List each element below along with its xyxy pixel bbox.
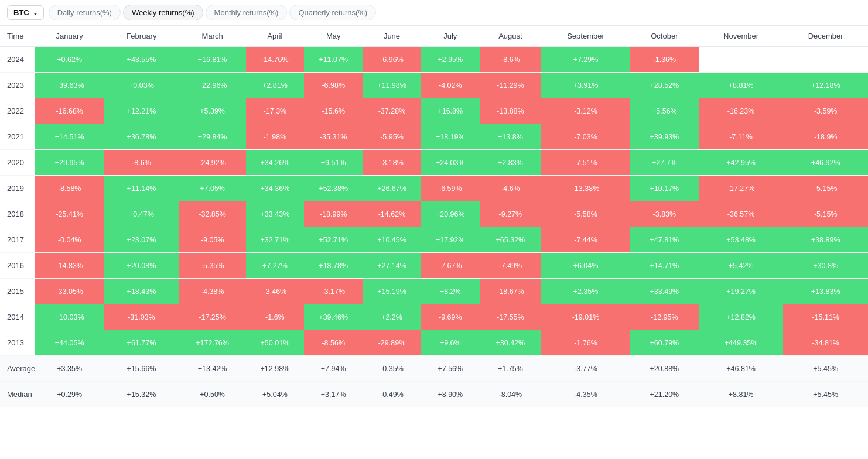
data-cell: -5.15%	[783, 201, 868, 227]
table-container: Time January February March April May Ju…	[0, 26, 868, 407]
col-september: September	[541, 26, 630, 47]
data-cell: +19.27%	[699, 279, 784, 304]
data-cell: +43.55%	[104, 47, 179, 73]
data-cell: +33.49%	[630, 279, 699, 304]
col-april: April	[246, 26, 305, 47]
table-row: 2023+39.63%+0.03%+22.96%+2.81%-6.98%+11.…	[0, 73, 868, 98]
data-cell: +36.78%	[104, 124, 179, 150]
data-cell: -3.77%	[541, 356, 630, 382]
data-cell: +29.95%	[35, 150, 104, 176]
data-cell: -19.01%	[541, 304, 630, 330]
data-cell: +449.35%	[699, 330, 784, 356]
data-cell: +34.26%	[246, 150, 305, 176]
data-cell: +34.36%	[246, 176, 305, 201]
year-cell: 2020	[0, 150, 35, 176]
table-row: 2024+0.62%+43.55%+16.81%-14.76%+11.07%-6…	[0, 47, 868, 73]
table-row: 2016-14.83%+20.08%-5.35%+7.27%+18.78%+27…	[0, 253, 868, 279]
data-cell: +172.76%	[179, 330, 246, 356]
col-february: February	[104, 26, 179, 47]
data-cell: +3.35%	[35, 356, 104, 382]
data-cell: +10.03%	[35, 304, 104, 330]
data-cell: +39.46%	[304, 304, 363, 330]
data-cell: -12.95%	[630, 304, 699, 330]
data-cell: +2.83%	[480, 150, 541, 176]
tab-daily-returns---[interactable]: Daily returns(%)	[49, 5, 121, 20]
data-cell: +50.01%	[246, 330, 305, 356]
data-cell: -32.85%	[179, 201, 246, 227]
data-cell: -7.51%	[541, 150, 630, 176]
data-cell: -15.6%	[304, 98, 363, 124]
col-june: June	[363, 26, 421, 47]
tab-quarterly-returns---[interactable]: Quarterly returns(%)	[289, 5, 376, 20]
data-cell: +5.04%	[246, 382, 305, 407]
data-cell: -35.31%	[304, 124, 363, 150]
data-cell: +16.81%	[179, 47, 246, 73]
summary-row: Average+3.35%+15.66%+13.42%+12.98%+7.94%…	[0, 356, 868, 382]
table-row: 2014+10.03%-31.03%-17.25%-1.6%+39.46%+2.…	[0, 304, 868, 330]
data-cell: +18.43%	[104, 279, 179, 304]
data-cell: -1.36%	[630, 47, 699, 73]
table-header-row: Time January February March April May Ju…	[0, 26, 868, 47]
year-cell: 2021	[0, 124, 35, 150]
year-cell: 2019	[0, 176, 35, 201]
data-cell: -0.04%	[35, 227, 104, 253]
data-cell: +14.51%	[35, 124, 104, 150]
data-cell: -8.6%	[104, 150, 179, 176]
data-cell: -4.38%	[179, 279, 246, 304]
data-cell: +60.79%	[630, 330, 699, 356]
table-row: 2019-8.58%+11.14%+7.05%+34.36%+52.38%+26…	[0, 176, 868, 201]
data-cell: -6.59%	[421, 176, 480, 201]
data-cell: +12.98%	[246, 356, 305, 382]
data-cell: +47.81%	[630, 227, 699, 253]
data-cell: -17.3%	[246, 98, 305, 124]
data-cell: -7.67%	[421, 253, 480, 279]
data-cell: +38.89%	[783, 227, 868, 253]
table-row: 2015-33.05%+18.43%-4.38%-3.46%-3.17%+15.…	[0, 279, 868, 304]
data-cell: +2.81%	[246, 73, 305, 98]
data-cell: -31.03%	[104, 304, 179, 330]
data-cell: -3.12%	[541, 98, 630, 124]
data-cell: -29.89%	[363, 330, 421, 356]
year-cell: 2023	[0, 73, 35, 98]
data-cell: +14.71%	[630, 253, 699, 279]
data-cell: +20.96%	[421, 201, 480, 227]
col-december: December	[783, 26, 868, 47]
data-cell: +21.20%	[630, 382, 699, 407]
year-cell: Median	[0, 382, 35, 407]
data-cell: -14.76%	[246, 47, 305, 73]
data-cell: -13.38%	[541, 176, 630, 201]
data-cell: -16.23%	[699, 98, 784, 124]
data-cell: +13.8%	[480, 124, 541, 150]
data-cell: -9.05%	[179, 227, 246, 253]
tab-weekly-returns---[interactable]: Weekly returns(%)	[123, 5, 203, 20]
returns-table: Time January February March April May Ju…	[0, 26, 868, 407]
asset-selector[interactable]: BTC ⌄	[7, 5, 44, 20]
data-cell: -15.11%	[783, 304, 868, 330]
data-cell: +10.17%	[630, 176, 699, 201]
data-cell: +32.71%	[246, 227, 305, 253]
data-cell: +7.94%	[304, 356, 363, 382]
data-cell: +0.29%	[35, 382, 104, 407]
data-cell: +2.2%	[363, 304, 421, 330]
data-cell: +61.77%	[104, 330, 179, 356]
year-cell: 2022	[0, 98, 35, 124]
table-row: 2013+44.05%+61.77%+172.76%+50.01%-8.56%-…	[0, 330, 868, 356]
data-cell: +7.27%	[246, 253, 305, 279]
data-cell: +42.95%	[699, 150, 784, 176]
data-cell: +8.81%	[699, 382, 784, 407]
data-cell: -14.83%	[35, 253, 104, 279]
data-cell: -14.62%	[363, 201, 421, 227]
data-cell: -18.99%	[304, 201, 363, 227]
data-cell: -1.98%	[246, 124, 305, 150]
data-cell: -25.41%	[35, 201, 104, 227]
data-cell: +53.48%	[699, 227, 784, 253]
data-cell: -8.56%	[304, 330, 363, 356]
data-cell: +7.29%	[541, 47, 630, 73]
table-row: 2021+14.51%+36.78%+29.84%-1.98%-35.31%-5…	[0, 124, 868, 150]
data-cell: +9.6%	[421, 330, 480, 356]
data-cell: -5.58%	[541, 201, 630, 227]
data-cell: +29.84%	[179, 124, 246, 150]
data-cell: +9.51%	[304, 150, 363, 176]
data-cell: -1.76%	[541, 330, 630, 356]
tab-monthly-returns---[interactable]: Monthly returns(%)	[206, 5, 288, 20]
